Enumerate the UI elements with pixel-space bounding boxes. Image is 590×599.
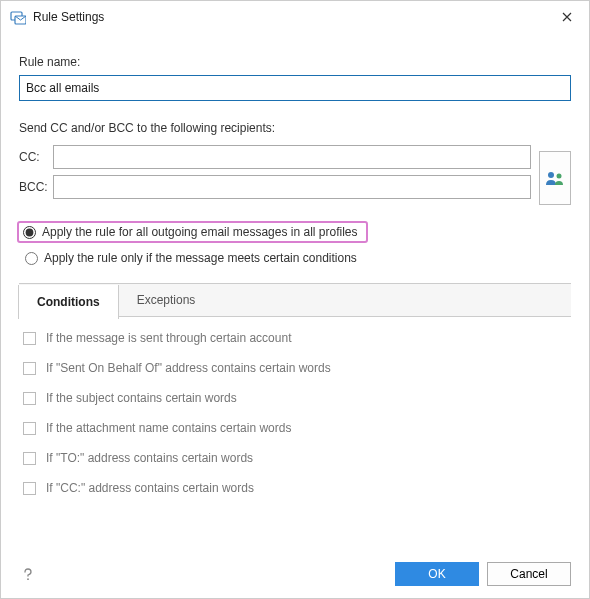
condition-row[interactable]: If the attachment name contains certain …: [19, 413, 571, 443]
condition-label: If the subject contains certain words: [46, 391, 237, 405]
conditions-list: If the message is sent through certain a…: [19, 323, 571, 503]
condition-checkbox[interactable]: [23, 482, 36, 495]
svg-point-3: [557, 174, 562, 179]
condition-label: If "CC:" address contains certain words: [46, 481, 254, 495]
rule-name-label: Rule name:: [19, 55, 571, 69]
app-icon: [9, 8, 27, 26]
recipient-block: CC: BCC:: [19, 145, 531, 199]
condition-row[interactable]: If "CC:" address contains certain words: [19, 473, 571, 503]
condition-row[interactable]: If the subject contains certain words: [19, 383, 571, 413]
tab-exceptions[interactable]: Exceptions: [119, 284, 215, 316]
condition-checkbox[interactable]: [23, 452, 36, 465]
help-button[interactable]: [19, 565, 37, 583]
condition-label: If "Sent On Behalf Of" address contains …: [46, 361, 331, 375]
condition-label: If the attachment name contains certain …: [46, 421, 291, 435]
address-book-button[interactable]: [539, 151, 571, 205]
dialog-content: Rule name: Send CC and/or BCC to the fol…: [1, 33, 589, 503]
scope-cond-row[interactable]: Apply the rule only if the message meets…: [19, 247, 571, 269]
condition-checkbox[interactable]: [23, 362, 36, 375]
people-icon: [545, 170, 565, 186]
condition-label: If "TO:" address contains certain words: [46, 451, 253, 465]
close-button[interactable]: [544, 1, 589, 33]
scope-cond-radio[interactable]: [25, 252, 38, 265]
cancel-button[interactable]: Cancel: [487, 562, 571, 586]
svg-point-4: [27, 578, 29, 580]
scope-cond-label: Apply the rule only if the message meets…: [44, 251, 357, 265]
condition-checkbox[interactable]: [23, 392, 36, 405]
scope-radio-group: Apply the rule for all outgoing email me…: [19, 221, 571, 269]
cc-row: CC:: [19, 145, 531, 169]
dialog-footer: OK Cancel: [1, 550, 589, 598]
condition-label: If the message is sent through certain a…: [46, 331, 291, 345]
condition-row[interactable]: If "Sent On Behalf Of" address contains …: [19, 353, 571, 383]
condition-row[interactable]: If the message is sent through certain a…: [19, 323, 571, 353]
rule-name-input[interactable]: [19, 75, 571, 101]
cc-label: CC:: [19, 150, 53, 164]
window-title: Rule Settings: [33, 10, 104, 24]
help-icon: [21, 567, 35, 581]
recipients-heading: Send CC and/or BCC to the following reci…: [19, 121, 571, 135]
condition-row[interactable]: If "TO:" address contains certain words: [19, 443, 571, 473]
condition-checkbox[interactable]: [23, 332, 36, 345]
tab-conditions[interactable]: Conditions: [18, 285, 119, 319]
titlebar: Rule Settings: [1, 1, 589, 33]
close-icon: [562, 12, 572, 22]
bcc-row: BCC:: [19, 175, 531, 199]
cc-input[interactable]: [53, 145, 531, 169]
tabs: Conditions Exceptions: [19, 283, 571, 317]
bcc-label: BCC:: [19, 180, 53, 194]
bcc-input[interactable]: [53, 175, 531, 199]
scope-all-row[interactable]: Apply the rule for all outgoing email me…: [17, 221, 368, 243]
condition-checkbox[interactable]: [23, 422, 36, 435]
svg-point-2: [548, 172, 554, 178]
ok-button[interactable]: OK: [395, 562, 479, 586]
scope-all-label: Apply the rule for all outgoing email me…: [42, 225, 358, 239]
scope-all-radio[interactable]: [23, 226, 36, 239]
